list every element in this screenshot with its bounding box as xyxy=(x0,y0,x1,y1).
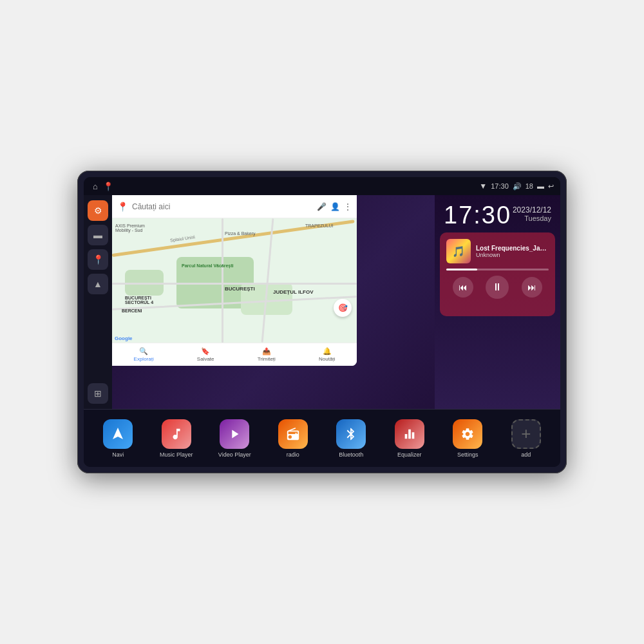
map-label-sector: BUCUREȘTISECTORUL 4 xyxy=(125,296,153,305)
map-tab-news[interactable]: 🔔 Noutăți xyxy=(319,347,335,362)
add-label: add xyxy=(521,451,531,458)
volume-icon: 🔊 xyxy=(513,182,522,191)
map-label-splaiul: Splaiul Unirii xyxy=(170,234,196,242)
sidebar: ⚙ ▬ 📍 ▲ ⊞ xyxy=(84,195,112,409)
app-settings[interactable]: Settings xyxy=(448,419,487,458)
map-search-bar: 📍 🎤 👤 ⋮ xyxy=(112,195,357,218)
sidebar-btn-files[interactable]: ▬ xyxy=(88,225,108,245)
status-right: ▼ 17:30 🔊 18 ▬ ↩ xyxy=(479,182,554,191)
map-tab-send[interactable]: 📤 Trimiteți xyxy=(258,347,276,362)
map-tab-explore-label: Explorați xyxy=(134,356,154,362)
explore-icon: 🔍 xyxy=(139,347,148,355)
album-art: 🎵 xyxy=(446,239,471,263)
saved-icon: 🔖 xyxy=(201,347,210,355)
map-tab-send-label: Trimiteți xyxy=(258,356,276,362)
app-music-player[interactable]: Music Player xyxy=(157,419,196,458)
music-artist: Unknown xyxy=(476,252,549,258)
clock-section: 17:30 2023/12/12 Tuesday xyxy=(435,195,560,232)
center-area: 📍 🎤 👤 ⋮ xyxy=(112,195,560,409)
navi-label: Navi xyxy=(112,451,124,458)
clock-date: 2023/12/12 Tuesday xyxy=(513,203,551,222)
equalizer-icon xyxy=(395,419,424,449)
bottom-app-bar: Navi Music Player Video Player xyxy=(84,409,560,467)
status-left: ⌂ 📍 xyxy=(93,182,113,191)
navi-icon xyxy=(103,419,133,449)
clock-time: 17:30 xyxy=(444,203,511,227)
sidebar-btn-apps[interactable]: ⊞ xyxy=(88,383,108,404)
music-controls: ⏮ ⏸ ⏭ xyxy=(446,276,549,299)
map-tab-saved[interactable]: 🔖 Salvate xyxy=(197,347,214,362)
music-details: Lost Frequencies_Janie... Unknown xyxy=(476,245,549,258)
radio-icon xyxy=(278,419,308,449)
add-icon: + xyxy=(511,419,541,449)
map-label-park: Parcul Natural Văcărești xyxy=(182,263,234,268)
battery-icon: ▬ xyxy=(537,182,544,190)
map-tab-news-label: Noutăți xyxy=(319,356,335,362)
music-player-icon xyxy=(162,419,191,449)
map-pin-icon: 📍 xyxy=(117,202,128,212)
bluetooth-label: Bluetooth xyxy=(339,451,363,458)
road-2 xyxy=(112,283,357,285)
road-v2 xyxy=(261,218,274,343)
map-label-buc: BUCUREȘTI xyxy=(225,286,255,292)
sidebar-btn-settings[interactable]: ⚙ xyxy=(88,200,108,221)
video-player-icon xyxy=(220,419,249,449)
clock-date-main: 2023/12/12 xyxy=(513,205,551,214)
map-background: Parcul Natural Văcărești BUCUREȘTI BUCUR… xyxy=(112,218,357,343)
map-search-input[interactable] xyxy=(132,202,313,211)
radio-label: radio xyxy=(287,451,299,458)
album-art-icon: 🎵 xyxy=(452,245,465,258)
pause-button[interactable]: ⏸ xyxy=(486,276,509,299)
maps-icon[interactable]: 📍 xyxy=(103,182,113,191)
map-label-pizza: Pizza & Bakery xyxy=(225,231,255,236)
news-icon: 🔔 xyxy=(323,347,332,355)
map-tab-saved-label: Salvate xyxy=(197,356,214,362)
road-v1 xyxy=(222,218,223,343)
app-radio[interactable]: radio xyxy=(274,419,312,458)
mic-icon[interactable]: 🎤 xyxy=(317,202,327,211)
equalizer-label: Equalizer xyxy=(397,451,422,458)
app-navi[interactable]: Navi xyxy=(99,419,137,458)
map-bottom-bar: 🔍 Explorați 🔖 Salvate 📤 Trimiteți � xyxy=(112,343,357,366)
music-info: 🎵 Lost Frequencies_Janie... Unknown xyxy=(446,239,549,263)
settings-label: Settings xyxy=(457,451,478,458)
app-bluetooth[interactable]: Bluetooth xyxy=(332,419,370,458)
map-label-judet: JUDEȚUL ILFOV xyxy=(273,289,314,295)
send-icon: 📤 xyxy=(262,347,271,355)
device-outer: ⌂ 📍 ▼ 17:30 🔊 18 ▬ ↩ xyxy=(77,171,567,473)
video-player-label: Video Player xyxy=(218,451,251,458)
account-icon[interactable]: 👤 xyxy=(330,202,340,211)
clock-status: 17:30 xyxy=(491,182,509,190)
map-tab-explore[interactable]: 🔍 Explorați xyxy=(134,347,154,362)
app-add[interactable]: + add xyxy=(507,419,545,458)
clock-date-day: Tuesday xyxy=(513,214,551,222)
sidebar-btn-map[interactable]: 📍 xyxy=(88,249,108,270)
dots-icon[interactable]: ⋮ xyxy=(344,202,352,211)
sidebar-btn-nav[interactable]: ▲ xyxy=(88,274,108,294)
status-bar: ⌂ 📍 ▼ 17:30 🔊 18 ▬ ↩ xyxy=(84,177,560,195)
next-button[interactable]: ⏭ xyxy=(522,277,542,298)
progress-bar[interactable] xyxy=(446,269,549,270)
music-title: Lost Frequencies_Janie... xyxy=(476,245,549,252)
wifi-icon: ▼ xyxy=(479,182,487,191)
map-label-trap: TRAPEZULUI xyxy=(305,223,334,228)
bluetooth-icon xyxy=(336,419,366,449)
map-label-berceni: BERCENI xyxy=(122,308,142,313)
map-label-axis: AXIS PremiumMobility - Sud xyxy=(115,223,145,232)
right-panel: 17:30 2023/12/12 Tuesday 🎵 Lost xyxy=(435,195,560,409)
progress-fill xyxy=(446,269,477,270)
map-location-button[interactable]: 🎯 xyxy=(334,299,352,317)
map-widget: 📍 🎤 👤 ⋮ xyxy=(112,195,357,366)
home-icon[interactable]: ⌂ xyxy=(93,182,98,191)
map-area: Parcul Natural Văcărești BUCUREȘTI BUCUR… xyxy=(112,218,357,343)
prev-button[interactable]: ⏮ xyxy=(453,277,473,298)
music-player-label: Music Player xyxy=(160,451,193,458)
back-icon[interactable]: ↩ xyxy=(548,182,554,191)
settings-icon xyxy=(453,419,482,449)
google-logo: Google xyxy=(115,336,133,341)
app-video-player[interactable]: Video Player xyxy=(215,419,254,458)
main-content: ⚙ ▬ 📍 ▲ ⊞ 📍 🎤 👤 ⋮ xyxy=(84,195,560,409)
app-equalizer[interactable]: Equalizer xyxy=(390,419,429,458)
music-section: 🎵 Lost Frequencies_Janie... Unknown ⏮ xyxy=(440,232,555,316)
battery-level: 18 xyxy=(526,182,533,190)
